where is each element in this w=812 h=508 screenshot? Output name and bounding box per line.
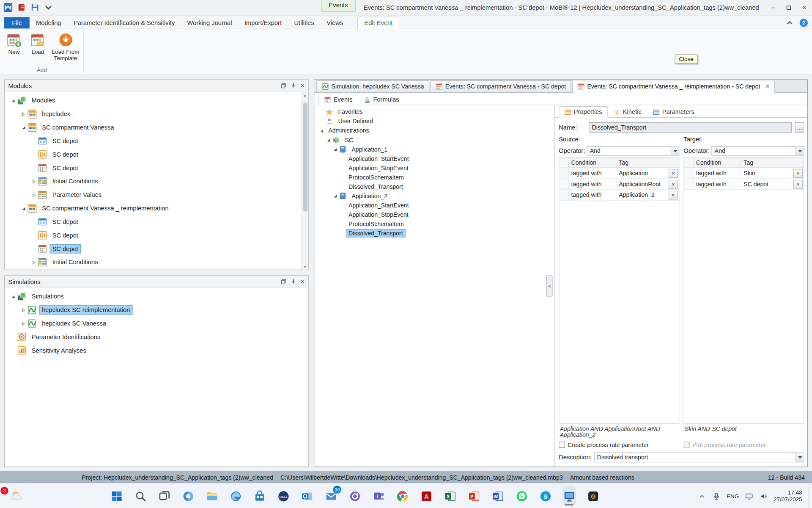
event-item-application-2[interactable]: Application_2 — [314, 191, 545, 201]
module-item-sc-compartment-vanessa[interactable]: SC compartment Vanessa — [5, 121, 308, 134]
close-panel-icon[interactable]: × — [301, 83, 304, 88]
module-item-sc-depot[interactable]: SC depot — [5, 134, 308, 148]
ribbon-tab-import-export[interactable]: Import/Export — [238, 17, 288, 28]
module-item-sc-depot[interactable]: SC depot — [5, 148, 308, 161]
scroll-down-icon[interactable]: ▼ — [303, 265, 307, 269]
taskbar-mail-button[interactable]: 30 — [324, 486, 338, 506]
description-select[interactable]: Dissolved transport — [594, 452, 804, 462]
float-panel-icon[interactable] — [281, 83, 286, 88]
simulation-item-hepcludex-sc-reimplementation[interactable]: hepcludex SC reimplementation — [5, 303, 308, 317]
module-item-parameter-values[interactable]: Parameter Values — [5, 188, 308, 202]
display-tray-icon[interactable] — [745, 491, 754, 500]
event-item-application-startevent[interactable]: Application_StartEvent — [314, 154, 545, 163]
target-remove-tag-button[interactable]: × — [793, 169, 803, 178]
expand-arrow-icon[interactable] — [30, 179, 38, 184]
dropdown-arrow-icon[interactable] — [796, 453, 804, 462]
source-remove-tag-button[interactable]: × — [669, 179, 678, 188]
create-process-rate-checkbox[interactable]: Create process rate parameter — [559, 439, 679, 450]
taskbar-dell-button[interactable]: DELL — [277, 486, 290, 506]
taskbar-search-button[interactable] — [134, 486, 147, 506]
taskbar-word-button[interactable]: W — [491, 486, 505, 506]
properties-tab-kinetic[interactable]: fKinetic — [608, 106, 647, 118]
target-remove-tag-button[interactable]: × — [793, 179, 803, 188]
target-tag-cell[interactable]: Skin — [741, 170, 793, 177]
event-item-protocolschemaitem[interactable]: ProtocolSchemaItem — [314, 173, 545, 182]
clock[interactable]: 17:48 27/07/2025 — [774, 489, 802, 503]
ribbon-button-new[interactable]: New — [2, 30, 26, 67]
event-item-application-startevent[interactable]: Application_StartEvent — [314, 201, 545, 210]
taskbar-widgets-corner-button[interactable]: 2 — [4, 487, 30, 505]
collapse-arrow-icon[interactable] — [9, 294, 17, 299]
language-indicator[interactable]: ENG — [727, 493, 739, 499]
module-item-initial-conditions[interactable]: Initial Conditions — [5, 256, 308, 269]
module-item-sc-depot[interactable]: SC depot — [5, 161, 308, 175]
event-item-application-stopevent[interactable]: Application_StopEvent — [314, 210, 545, 219]
simulation-item-hepcludex-sc-vanessa[interactable]: hepcludex SC Vanessa — [5, 317, 308, 330]
source-condition-row[interactable]: tagged withApplication× — [559, 168, 679, 179]
source-condition-cell[interactable]: tagged with — [568, 181, 616, 187]
target-condition-row[interactable]: tagged withSkin× — [684, 168, 804, 179]
expand-arrow-icon[interactable] — [30, 193, 38, 197]
ribbon-button-load-from-template[interactable]: Load From Template — [50, 30, 82, 67]
close-tab-icon[interactable]: × — [766, 83, 770, 90]
collapse-panel-button[interactable]: < — [546, 275, 553, 297]
ribbon-tab-views[interactable]: Views — [321, 17, 349, 28]
taskbar-whatsapp-button[interactable] — [515, 486, 528, 506]
collapse-arrow-icon[interactable] — [19, 206, 27, 211]
target-condition-cell[interactable]: tagged with — [694, 181, 741, 187]
expand-arrow-icon[interactable] — [19, 112, 27, 116]
properties-tab-parameters[interactable]: Parameters — [647, 106, 700, 118]
volume-icon[interactable] — [759, 491, 768, 500]
taskbar-chrome-button[interactable] — [396, 486, 409, 506]
taskbar-skype-button[interactable]: S — [538, 486, 552, 506]
source-operator-select[interactable]: And — [587, 146, 679, 156]
taskbar-store-button[interactable] — [253, 486, 266, 506]
microphone-icon[interactable] — [712, 491, 721, 500]
event-item-protocolschemaitem[interactable]: ProtocolSchemaItem — [314, 219, 545, 229]
ribbon-tab-utilities[interactable]: Utilities — [288, 17, 321, 28]
event-item-administrations[interactable]: Administrations — [314, 126, 545, 135]
collapse-arrow-icon[interactable] — [9, 98, 17, 103]
taskbar-loop-button[interactable] — [348, 486, 362, 506]
expand-arrow-icon[interactable] — [19, 321, 27, 326]
source-condition-cell[interactable]: tagged with — [568, 192, 616, 198]
taskbar-powerpoint-button[interactable]: P — [467, 486, 480, 506]
ribbon-button-load[interactable]: Load — [26, 30, 49, 67]
scroll-up-icon[interactable]: ▲ — [303, 93, 307, 97]
target-condition-cell[interactable]: tagged with — [694, 170, 741, 177]
expand-arrow-icon[interactable] — [19, 308, 27, 312]
pin-panel-icon[interactable] — [291, 83, 296, 88]
event-item-application-1[interactable]: Application_1 — [314, 145, 545, 154]
taskbar-widgets-button[interactable] — [181, 486, 195, 506]
splitter[interactable]: < — [545, 105, 554, 467]
event-item-application-stopevent[interactable]: Application_StopEvent — [314, 163, 545, 173]
source-remove-tag-button[interactable]: × — [669, 190, 678, 199]
checkbox-icon[interactable] — [559, 442, 565, 448]
simulation-item-sensitivity-analyses[interactable]: Sensitivity Analyses — [5, 344, 308, 357]
taskbar-excel-button[interactable]: X — [443, 486, 457, 506]
ribbon-tab-modeling[interactable]: Modeling — [30, 17, 67, 28]
module-item-sc-depot[interactable]: SC depot — [5, 229, 308, 242]
document-tab-events-sc-compartment-vanessa-sc-depot[interactable]: Events: SC compartment Vanessa - SC depo… — [430, 80, 571, 92]
event-item-dissolved-transport[interactable]: Dissolved_Transport — [314, 182, 545, 191]
source-tag-cell[interactable]: ApplicationRoot — [616, 181, 669, 187]
dropdown-arrow-icon[interactable] — [796, 146, 804, 155]
ribbon-tab-parameter-identification-sensitivity[interactable]: Parameter Identification & Sensitivity — [67, 17, 181, 28]
save-icon[interactable] — [30, 3, 39, 12]
module-item-modules[interactable]: Modules — [5, 94, 308, 108]
event-item-favorites[interactable]: Favorites — [314, 107, 545, 116]
name-input[interactable]: Dissolved_Transport — [589, 122, 792, 133]
module-item-sc-depot[interactable]: SC depot — [5, 242, 308, 256]
simulation-item-simulations[interactable]: Simulations — [5, 290, 308, 303]
pin-panel-icon[interactable] — [291, 279, 296, 284]
event-item-dissolved-transport[interactable]: Dissolved_Transport — [314, 229, 545, 238]
editor-tab-formulas[interactable]: Formulas — [358, 94, 405, 105]
source-tag-cell[interactable]: Application_2 — [616, 192, 669, 198]
collapse-arrow-icon[interactable] — [331, 147, 339, 152]
ribbon-tab-file[interactable]: File — [4, 17, 30, 28]
module-item-hepcludex[interactable]: hepcludex — [5, 107, 308, 121]
taskbar-gameloop-button[interactable]: G — [586, 486, 600, 506]
help-button[interactable]: ? — [800, 19, 808, 27]
taskbar-acrobat-button[interactable]: A — [420, 486, 433, 506]
taskbar-edge-button[interactable] — [229, 486, 242, 506]
